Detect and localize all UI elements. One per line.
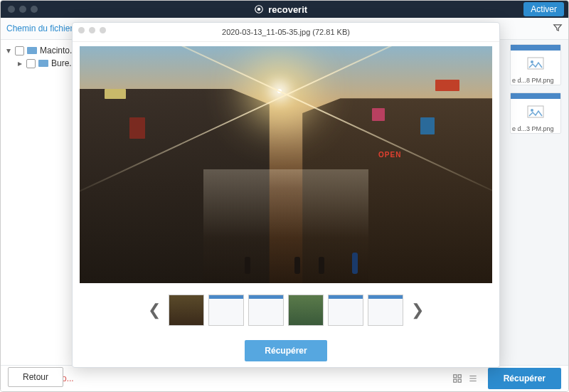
svg-point-1 (257, 8, 261, 11)
file-name: e d...3 PM.png (511, 125, 560, 133)
back-button[interactable]: Retour (8, 367, 63, 387)
file-name: e d...8 PM.png (511, 76, 560, 85)
svg-rect-7 (458, 375, 461, 378)
footer-right: Récupérer (452, 368, 561, 389)
preview-thumb[interactable] (368, 295, 403, 326)
app-name: recoverit (268, 4, 307, 15)
checkbox[interactable] (15, 46, 24, 55)
preview-thumb[interactable] (248, 295, 284, 326)
min-dot[interactable] (89, 27, 95, 33)
view-switch (452, 374, 478, 383)
preview-button-row: Récupérer (73, 334, 499, 367)
disk-icon (27, 47, 37, 54)
close-dot[interactable] (78, 27, 85, 33)
path-label[interactable]: Chemin du fichier (6, 23, 73, 33)
window-controls[interactable] (8, 6, 38, 13)
max-dot[interactable] (31, 6, 38, 13)
titlebar: recoverit Activer (1, 1, 568, 18)
preview-window-controls[interactable] (78, 27, 106, 33)
app-brand: recoverit (254, 4, 307, 15)
preview-header: 2020-03-13_11-05-35.jpg (72.81 KB) (73, 23, 499, 42)
close-dot[interactable] (8, 6, 15, 13)
preview-thumb[interactable] (288, 295, 324, 326)
prev-arrow-icon[interactable]: ❮ (144, 296, 164, 324)
svg-rect-9 (458, 379, 461, 382)
svg-rect-6 (453, 375, 456, 378)
preview-thumb-strip: ❮ ❯ (73, 286, 499, 334)
preview-thumb[interactable] (169, 295, 204, 326)
preview-title: 2020-03-13_11-05-35.jpg (72.81 KB) (222, 28, 350, 36)
file-thumb (511, 51, 560, 76)
file-card-header (511, 45, 560, 51)
preview-image: OPEN (80, 46, 492, 283)
brand-logo-icon (254, 4, 264, 14)
photo-content: OPEN (80, 46, 492, 283)
folder-icon (38, 60, 48, 67)
file-grid: e d...8 PM.png e d...3 PM.png (510, 44, 564, 134)
checkbox[interactable] (26, 59, 36, 68)
file-card[interactable]: e d...3 PM.png (510, 92, 561, 134)
open-sign-text: OPEN (378, 151, 401, 159)
chevron-right-icon[interactable]: ▸ (16, 58, 23, 68)
footer-back-wrap: Retour (8, 367, 63, 387)
preview-thumb[interactable] (328, 295, 363, 326)
filter-icon[interactable] (553, 23, 563, 35)
preview-recover-button[interactable]: Récupérer (245, 340, 326, 361)
chevron-down-icon[interactable]: ▾ (5, 46, 12, 55)
max-dot[interactable] (100, 27, 106, 33)
file-card[interactable]: e d...8 PM.png (510, 44, 561, 85)
file-card-header (511, 93, 560, 99)
file-thumb (511, 99, 560, 125)
list-view-icon[interactable] (468, 374, 478, 383)
grid-view-icon[interactable] (452, 374, 462, 383)
activate-button[interactable]: Activer (523, 2, 564, 16)
next-arrow-icon[interactable]: ❯ (408, 296, 427, 324)
app-window: recoverit Activer Chemin du fichier ▾ Ma… (0, 0, 569, 392)
svg-point-3 (531, 60, 533, 63)
preview-thumb[interactable] (208, 295, 244, 326)
min-dot[interactable] (19, 6, 26, 13)
svg-point-5 (531, 109, 533, 112)
svg-rect-8 (453, 379, 456, 382)
image-icon (527, 105, 544, 118)
footer: Récupératio... Récupérer (1, 365, 568, 391)
preview-dialog: 2020-03-13_11-05-35.jpg (72.81 KB) OPEN … (72, 22, 500, 368)
recover-button[interactable]: Récupérer (488, 368, 561, 389)
image-icon (527, 57, 544, 70)
